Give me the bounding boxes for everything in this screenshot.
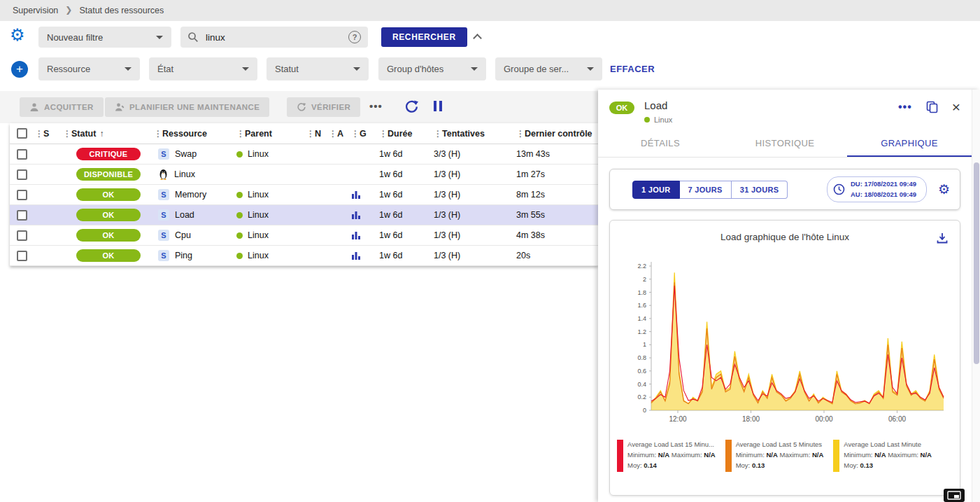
tab-history[interactable]: HISTORIQUE xyxy=(723,130,847,157)
table-row[interactable]: OKSMemoryLinux1w 6d1/3 (H)8m 12s xyxy=(10,185,598,205)
search-help-icon[interactable]: ? xyxy=(348,31,361,43)
col-last-check-header[interactable]: Dernier contrôle xyxy=(525,129,592,139)
col-parent-header[interactable]: Parent xyxy=(245,129,272,139)
breadcrumb: Supervision ❯ Statut des ressources xyxy=(0,0,980,21)
criteria-state-select[interactable]: État xyxy=(149,57,257,81)
table-row[interactable]: CRITIQUESSwapLinux1w 6d3/3 (H)13m 43s xyxy=(10,144,598,165)
check-button[interactable]: VÉRIFIER xyxy=(287,97,360,117)
chevron-down-icon xyxy=(125,67,132,71)
overlay-screen-icon[interactable] xyxy=(944,489,965,502)
recheck-icon xyxy=(297,102,306,112)
legend-series-name: Average Load Last 15 Minu... xyxy=(627,440,716,450)
col-resource-header[interactable]: Ressource xyxy=(162,129,207,139)
period-1day-button[interactable]: 1 JOUR xyxy=(632,181,680,199)
service-icon: S xyxy=(158,209,169,221)
col-severity-header[interactable]: S xyxy=(43,129,49,139)
panel-title: Load xyxy=(644,99,672,111)
col-status-header[interactable]: Statut xyxy=(71,129,96,139)
more-actions-icon[interactable]: ••• xyxy=(369,100,383,112)
column-menu-icon[interactable]: ⋮ xyxy=(63,129,70,139)
col-duration-header[interactable]: Durée xyxy=(388,129,412,139)
svg-text:0.8: 0.8 xyxy=(637,355,646,362)
search-button[interactable]: RECHERCHER xyxy=(381,27,467,47)
column-menu-icon[interactable]: ⋮ xyxy=(379,129,386,139)
svg-text:1.8: 1.8 xyxy=(637,289,646,296)
tries-cell: 1/3 (H) xyxy=(434,210,516,220)
pause-icon[interactable] xyxy=(434,101,442,111)
copy-link-icon[interactable] xyxy=(926,101,938,113)
svg-text:0: 0 xyxy=(643,407,646,414)
period-7days-button[interactable]: 7 JOURS xyxy=(680,181,732,199)
sort-asc-icon[interactable]: ↑ xyxy=(99,129,104,139)
col-graph-header[interactable]: G xyxy=(360,129,367,139)
refresh-icon[interactable] xyxy=(404,99,419,117)
svg-text:0.2: 0.2 xyxy=(637,394,646,401)
filter-settings-gear-icon[interactable]: ⚙ xyxy=(10,27,25,43)
column-menu-icon[interactable]: ⋮ xyxy=(35,129,42,139)
acknowledge-button[interactable]: ACQUITTER xyxy=(20,97,104,117)
filter-preset-select[interactable]: Nouveau filtre xyxy=(38,27,171,48)
tab-details[interactable]: DÉTAILS xyxy=(598,130,723,157)
criteria-status-select[interactable]: Statut xyxy=(267,57,369,81)
table-row[interactable]: DISPONIBLELinux1w 6d1/3 (H)1m 27s xyxy=(10,165,598,185)
table-row[interactable]: OKSCpuLinux1w 6d1/3 (H)4m 38s xyxy=(10,225,598,246)
graph-icon[interactable] xyxy=(351,251,361,260)
panel-more-icon[interactable]: ••• xyxy=(898,101,912,113)
service-icon: S xyxy=(158,189,169,200)
search-input[interactable] xyxy=(204,32,343,43)
row-checkbox[interactable] xyxy=(17,230,27,241)
time-range-picker[interactable]: DU: 17/08/2021 09:49 AU: 18/08/2021 09:4… xyxy=(827,176,927,202)
column-menu-icon[interactable]: ⋮ xyxy=(236,129,243,139)
parent-name: Linux xyxy=(248,149,269,159)
panel-scrollbar[interactable] xyxy=(972,90,980,502)
column-menu-icon[interactable]: ⋮ xyxy=(434,129,441,139)
row-checkbox[interactable] xyxy=(17,190,27,200)
duration-cell: 1w 6d xyxy=(379,190,434,200)
col-action-header[interactable]: A xyxy=(337,129,343,139)
row-checkbox[interactable] xyxy=(17,169,27,180)
row-checkbox[interactable] xyxy=(17,149,27,160)
table-row[interactable]: OKSPingLinux1w 6d1/3 (H)20s xyxy=(10,246,598,266)
schedule-maintenance-button[interactable]: PLANIFIER UNE MAINTENANCE xyxy=(105,97,269,117)
criteria-hostgroup-select[interactable]: Group d'hôtes xyxy=(378,57,486,81)
maintenance-label: PLANIFIER UNE MAINTENANCE xyxy=(129,103,260,111)
criteria-servicegroup-select[interactable]: Groupe de ser... xyxy=(495,57,602,81)
row-checkbox[interactable] xyxy=(17,251,27,261)
column-menu-icon[interactable]: ⋮ xyxy=(351,129,358,139)
col-tries-header[interactable]: Tentatives xyxy=(442,129,485,139)
breadcrumb-supervision[interactable]: Supervision xyxy=(13,6,58,15)
tab-graph[interactable]: GRAPHIQUE xyxy=(847,130,972,157)
collapse-filters-chevron-icon[interactable] xyxy=(473,34,482,43)
criteria-resource-select[interactable]: Ressource xyxy=(38,57,140,81)
graph-icon[interactable] xyxy=(351,230,361,240)
graph-icon[interactable] xyxy=(351,210,361,220)
column-menu-icon[interactable]: ⋮ xyxy=(306,129,313,139)
period-31days-button[interactable]: 31 JOURS xyxy=(732,181,788,199)
breadcrumb-resource-status[interactable]: Statut des ressources xyxy=(79,6,164,15)
graph-settings-gear-icon[interactable]: ⚙ xyxy=(938,183,950,196)
resource-name: Cpu xyxy=(175,230,191,240)
search-box[interactable]: ? xyxy=(180,27,368,48)
clear-filters-button[interactable]: EFFACER xyxy=(610,64,655,74)
column-menu-icon[interactable]: ⋮ xyxy=(516,129,523,139)
row-checkbox[interactable] xyxy=(17,210,27,221)
select-all-checkbox[interactable] xyxy=(17,128,27,139)
close-icon[interactable]: × xyxy=(952,99,960,114)
svg-text:18:00: 18:00 xyxy=(742,415,760,423)
parent-name: Linux xyxy=(248,230,269,240)
scrollbar-thumb[interactable] xyxy=(974,162,979,364)
last-check-cell: 4m 38s xyxy=(516,230,598,240)
add-criteria-button[interactable]: + xyxy=(11,61,28,78)
criteria-hostgroup-label: Group d'hôtes xyxy=(387,64,443,74)
graph-icon[interactable] xyxy=(351,190,361,200)
svg-text:00:00: 00:00 xyxy=(815,415,832,423)
actions-toolbar: ACQUITTER PLANIFIER UNE MAINTENANCE VÉRI… xyxy=(0,91,598,123)
download-icon[interactable] xyxy=(936,232,949,244)
column-menu-icon[interactable]: ⋮ xyxy=(154,129,161,139)
col-notes-header[interactable]: N xyxy=(315,129,321,139)
table-row[interactable]: OKSLoadLinux1w 6d1/3 (H)3m 55s xyxy=(10,205,598,225)
column-menu-icon[interactable]: ⋮ xyxy=(329,129,336,139)
person-icon xyxy=(29,102,39,112)
resource-name: Memory xyxy=(175,190,206,200)
duration-cell: 1w 6d xyxy=(379,210,434,220)
